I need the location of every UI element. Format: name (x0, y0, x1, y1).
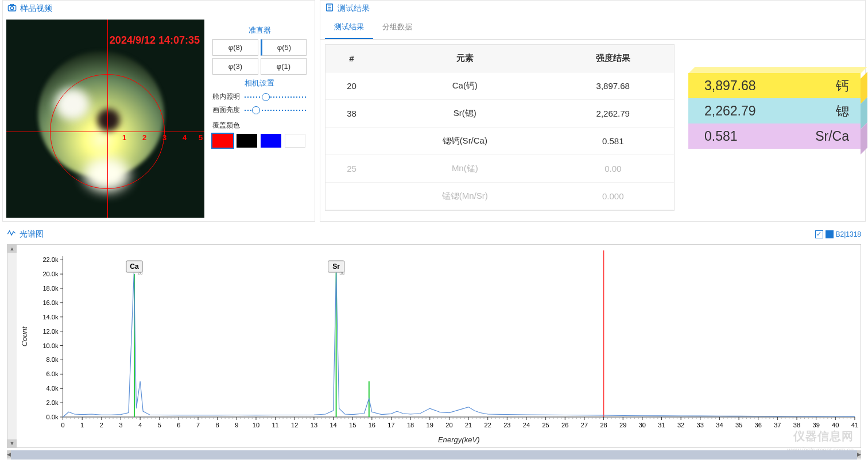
tab-test-results[interactable]: 测试结果 (325, 16, 373, 39)
svg-text:5: 5 (158, 422, 161, 428)
svg-text:Ca: Ca (130, 262, 139, 271)
svg-text:3: 3 (119, 422, 122, 428)
svg-text:23: 23 (503, 422, 510, 428)
scroll-right-icon[interactable]: ▶ (857, 450, 861, 458)
summary-sr-label: 锶 (836, 102, 849, 120)
svg-text:12.0k: 12.0k (42, 328, 59, 335)
header-intensity: 强度结果 (552, 45, 674, 72)
phi-button-5[interactable]: φ(5) (261, 39, 307, 56)
summary-ratio-value: 0.581 (704, 129, 738, 144)
sample-video-title: 样品视频 (20, 3, 52, 14)
table-row[interactable]: 20Ca(钙)3,897.68 (326, 72, 674, 100)
spectrum-panel: 光谱图 ✓ B2|1318 ▲ ▼ 0.0k2.0k4.0k6.0k8.0k10… (2, 226, 866, 460)
svg-text:33: 33 (697, 422, 704, 428)
ruler-tick: 5 (199, 133, 203, 142)
svg-text:20.0k: 20.0k (42, 271, 59, 277)
chart-plot[interactable]: 0.0k2.0k4.0k6.0k8.0k10.0k12.0k14.0k16.0k… (17, 245, 861, 447)
svg-text:15: 15 (349, 422, 356, 428)
svg-text:14.0k: 14.0k (42, 314, 59, 321)
summary-ratio-label: Sr/Ca (815, 129, 849, 144)
results-panel: 测试结果 测试结果 分组数据 # 元素 强度结果 20Ca(钙)3,897.68… (320, 0, 866, 222)
scroll-left-icon[interactable]: ◀ (7, 450, 11, 458)
color-white[interactable] (285, 134, 305, 148)
table-row[interactable]: 38Sr(锶)2,262.79 (326, 100, 674, 128)
scroll-down-icon[interactable]: ▼ (7, 439, 17, 447)
svg-text:6.0k: 6.0k (46, 370, 59, 377)
svg-text:4: 4 (138, 422, 142, 428)
spectrum-title: 光谱图 (20, 229, 44, 240)
svg-text:22: 22 (485, 422, 491, 428)
video-preview[interactable]: 1 2 3 4 5 2024/9/12 14:07:35 (6, 20, 204, 218)
color-black[interactable] (237, 134, 257, 148)
summary-ca: 3,897.68 钙 (688, 73, 861, 98)
camera-icon (7, 3, 17, 14)
svg-text:30: 30 (639, 422, 646, 428)
color-blue[interactable] (261, 134, 281, 148)
table-row[interactable]: 锶钙(Sr/Ca)0.581 (326, 128, 674, 155)
svg-text:16.0k: 16.0k (42, 299, 59, 306)
legend-swatch (826, 230, 834, 238)
svg-text:14: 14 (330, 422, 336, 428)
svg-text:Sr: Sr (332, 262, 340, 271)
svg-text:37: 37 (774, 422, 781, 428)
results-tabs: 测试结果 分组数据 (320, 16, 865, 40)
video-timestamp: 2024/9/12 14:07:35 (110, 34, 200, 47)
chart-container: ▲ ▼ 0.0k2.0k4.0k6.0k8.0k10.0k12.0k14.0k1… (7, 244, 861, 448)
color-red[interactable] (212, 134, 233, 148)
svg-text:26: 26 (561, 422, 568, 428)
summary-ca-label: 钙 (836, 77, 849, 95)
svg-text:20: 20 (445, 422, 452, 428)
scrollbar-horizontal[interactable]: ◀ ▶ (7, 450, 861, 460)
svg-text:38: 38 (339, 271, 344, 276)
table-row[interactable]: 锰锶(Mn/Sr)0.000 (326, 183, 674, 210)
illumination-slider[interactable] (245, 96, 307, 98)
svg-text:40: 40 (832, 422, 839, 428)
svg-text:22.0k: 22.0k (42, 256, 59, 263)
camera-settings-title: 相机设置 (212, 78, 307, 88)
svg-text:12: 12 (291, 422, 298, 428)
brightness-slider[interactable] (245, 110, 307, 111)
svg-text:41: 41 (851, 422, 858, 428)
svg-text:29: 29 (619, 422, 626, 428)
svg-text:27: 27 (581, 422, 588, 428)
ruler-tick: 1 (122, 133, 126, 142)
phi-button-1[interactable]: φ(1) (261, 58, 307, 75)
summary-ca-value: 3,897.68 (704, 78, 756, 94)
svg-text:19: 19 (427, 422, 433, 428)
summary-stack: 3,897.68 钙 2,262.79 锶 0.581 Sr/Ca (688, 44, 861, 211)
svg-text:10.0k: 10.0k (42, 342, 59, 349)
svg-text:20: 20 (138, 271, 143, 276)
phi-button-3[interactable]: φ(3) (212, 58, 258, 75)
svg-text:18: 18 (407, 422, 414, 428)
scrollbar-vertical[interactable]: ▲ ▼ (7, 245, 17, 447)
scroll-up-icon[interactable]: ▲ (7, 245, 17, 253)
svg-text:6: 6 (177, 422, 180, 428)
results-header: 测试结果 (320, 1, 865, 16)
tab-group-data[interactable]: 分组数据 (373, 16, 421, 39)
list-icon (325, 3, 334, 14)
svg-text:35: 35 (735, 422, 742, 428)
spectrum-title-wrap: 光谱图 (7, 229, 44, 240)
svg-text:8.0k: 8.0k (46, 356, 59, 363)
svg-text:13: 13 (311, 422, 317, 428)
chart-icon (7, 229, 16, 240)
svg-text:36: 36 (755, 422, 762, 428)
table-row[interactable]: 25Mn(锰)0.00 (326, 155, 674, 183)
ruler-tick: 2 (142, 133, 146, 142)
header-element: 元素 (378, 45, 552, 72)
phi-button-8[interactable]: φ(8) (212, 39, 258, 56)
ruler-tick: 4 (183, 133, 187, 142)
collimator-title: 准直器 (212, 25, 307, 36)
summary-sr-value: 2,262.79 (704, 103, 756, 119)
sample-video-header: 样品视频 (3, 1, 315, 16)
overlay-color-label: 覆盖颜色 (212, 121, 240, 130)
svg-text:16: 16 (369, 422, 375, 428)
svg-text:17: 17 (388, 422, 394, 428)
legend-checkbox[interactable]: ✓ (815, 230, 823, 238)
svg-text:25: 25 (542, 422, 549, 428)
svg-text:7: 7 (196, 422, 200, 428)
svg-text:38: 38 (793, 422, 800, 428)
summary-ratio: 0.581 Sr/Ca (688, 123, 861, 149)
spectrum-legend: ✓ B2|1318 (815, 230, 862, 238)
svg-text:31: 31 (658, 422, 665, 428)
